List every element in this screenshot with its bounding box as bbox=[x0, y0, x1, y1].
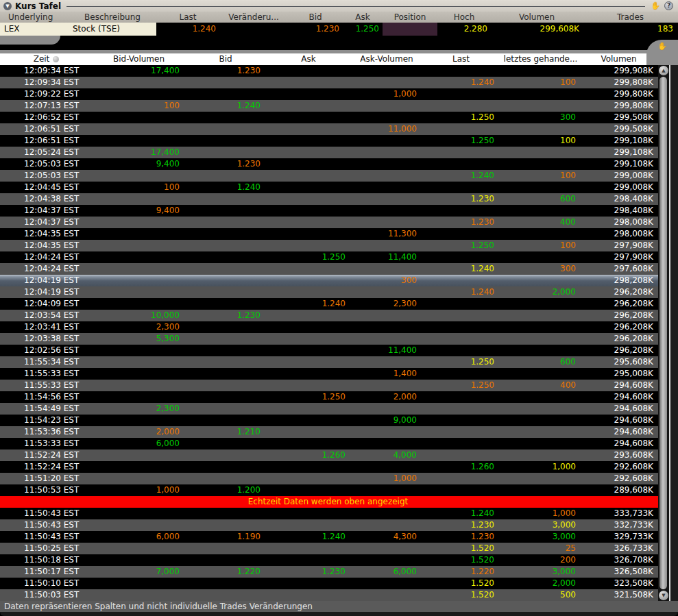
quote-row[interactable]: 12:09:34 EST17,4001.230299,908K bbox=[0, 65, 678, 77]
header-trades[interactable]: Trades bbox=[583, 12, 678, 23]
quote-row[interactable]: 11:50:17 EST7,0001.2201.2306,0001.2203,0… bbox=[0, 566, 678, 578]
hand-icon[interactable]: ✋ bbox=[657, 42, 667, 51]
header-veraenderung[interactable]: Veränderu... bbox=[219, 12, 288, 23]
header-last[interactable]: Last bbox=[422, 53, 500, 65]
cell-bid bbox=[185, 112, 266, 123]
cell-ask-volumen: 1,000 bbox=[351, 88, 422, 100]
quote-row[interactable]: 12:09:22 EST1,000299,808K bbox=[0, 88, 678, 100]
header-bid[interactable]: Bid bbox=[288, 12, 343, 23]
quote-row[interactable]: 12:04:35 EST1.250100297,908K bbox=[0, 240, 678, 251]
quote-row[interactable]: 11:51:20 EST1,000292,608K bbox=[0, 473, 678, 484]
quote-row[interactable]: 11:55:33 EST1,400295,008K bbox=[0, 368, 678, 380]
cell-zeit: 12:04:24 EST bbox=[0, 251, 93, 263]
header-zeit[interactable]: Zeit bbox=[0, 53, 93, 65]
cell-bid bbox=[185, 135, 266, 147]
quote-row[interactable]: 12:06:51 EST1.250100299,108K bbox=[0, 135, 678, 147]
quote-row[interactable]: 11:50:25 EST1.52025326,733K bbox=[0, 543, 678, 554]
header-position[interactable]: Position bbox=[383, 12, 437, 23]
quote-row[interactable]: 12:04:09 EST1.2402,300296,208K bbox=[0, 298, 678, 310]
cell-bid-volumen bbox=[93, 123, 185, 135]
cell-last bbox=[422, 123, 500, 135]
quote-row[interactable]: 12:04:38 EST1.230600298,408K bbox=[0, 193, 678, 205]
quote-row[interactable]: 12:05:24 EST17,400299,108K bbox=[0, 147, 678, 158]
cell-ask-volumen: 2,000 bbox=[351, 391, 422, 403]
sort-icon bbox=[53, 56, 59, 62]
cell-ask: 1.260 bbox=[266, 449, 351, 461]
cell-letztes: 500 bbox=[500, 589, 581, 601]
cell-bid bbox=[185, 170, 266, 182]
quote-row[interactable]: 12:06:52 EST1.250300299,508K bbox=[0, 112, 678, 123]
quote-row[interactable]: 11:50:10 EST1.5202,000323,508K bbox=[0, 578, 678, 589]
cell-bid-volumen: 17,400 bbox=[93, 65, 185, 77]
cell-letztes bbox=[500, 158, 581, 170]
header-underlying[interactable]: Underlying bbox=[0, 12, 69, 23]
quote-row[interactable]: 11:55:34 EST1.250600295,608K bbox=[0, 356, 678, 368]
quote-row[interactable]: 12:03:38 EST5,300296,208K bbox=[0, 333, 678, 345]
cell-zeit: 11:50:03 EST bbox=[0, 589, 93, 601]
panel-menu-button[interactable]: ▼ bbox=[3, 2, 12, 10]
header-bid[interactable]: Bid bbox=[185, 53, 266, 65]
quote-row[interactable]: 12:09:34 EST1.240100299,808K bbox=[0, 77, 678, 88]
quote-row[interactable]: 11:52:24 EST1.2601,000292,608K bbox=[0, 461, 678, 473]
scrollbar-thumb[interactable] bbox=[659, 77, 667, 589]
header-ask-volumen[interactable]: Ask-Volumen bbox=[351, 53, 422, 65]
quote-row[interactable]: 11:50:43 EST6,0001.1901.2404,3001.2303,0… bbox=[0, 531, 678, 543]
quote-summary-row[interactable]: LEX Stock (TSE) 1.240 1.230 1.250 2.280 … bbox=[0, 23, 678, 36]
cell-bid-volumen bbox=[93, 88, 185, 100]
title-bar: ▼ Kurs Tafel ✋ ? bbox=[0, 0, 678, 12]
quote-row[interactable]: 12:04:24 EST1.25011,400297,908K bbox=[0, 251, 678, 263]
header-letztes-gehandelt[interactable]: letztes gehande... bbox=[500, 53, 581, 65]
header-hoch[interactable]: Hoch bbox=[437, 12, 491, 23]
quote-row[interactable]: 12:04:19 EST300298,208K bbox=[0, 275, 678, 286]
help-icon[interactable]: ? bbox=[664, 1, 673, 10]
quote-row[interactable]: 11:50:53 EST1,0001.200289,608K bbox=[0, 484, 678, 496]
quote-row[interactable]: 12:05:03 EST1.240100299,008K bbox=[0, 170, 678, 182]
quote-row[interactable]: 11:53:33 EST6,000294,608K bbox=[0, 438, 678, 449]
quote-row[interactable]: 12:04:45 EST1001.240299,008K bbox=[0, 182, 678, 193]
cell-ask-volumen bbox=[351, 310, 422, 321]
quote-row[interactable]: 12:04:24 EST1.240300297,608K bbox=[0, 263, 678, 275]
cell-bid-volumen bbox=[93, 543, 185, 554]
quote-row[interactable]: 11:50:43 EST1.2303,000332,733K bbox=[0, 519, 678, 531]
quote-row[interactable]: 12:04:35 EST11,300298,008K bbox=[0, 228, 678, 240]
header-volumen[interactable]: Volumen bbox=[581, 53, 656, 65]
cell-letztes: 600 bbox=[500, 193, 581, 205]
hand-icon[interactable]: ✋ bbox=[651, 1, 660, 11]
quote-row[interactable]: 11:54:56 EST1.2502,000294,608K bbox=[0, 391, 678, 403]
vertical-scrollbar[interactable]: ▲ ▼ bbox=[658, 65, 669, 601]
header-volumen[interactable]: Volumen bbox=[491, 12, 583, 23]
quote-row[interactable]: 12:02:56 EST11,400296,208K bbox=[0, 345, 678, 356]
quote-row[interactable]: 12:04:19 EST1.2402,000296,208K bbox=[0, 286, 678, 298]
header-bid-volumen[interactable]: Bid-Volumen bbox=[93, 53, 185, 65]
cell-letztes bbox=[500, 449, 581, 461]
quote-row[interactable]: 11:54:49 EST2,300294,608K bbox=[0, 403, 678, 415]
cell-ask bbox=[266, 484, 351, 496]
header-last[interactable]: Last bbox=[156, 12, 219, 23]
quote-row[interactable]: 12:03:54 EST10,0001.230296,208K bbox=[0, 310, 678, 321]
cell-ask bbox=[266, 193, 351, 205]
cell-ask bbox=[266, 589, 351, 601]
quote-row[interactable]: 12:06:51 EST11,000299,508K bbox=[0, 123, 678, 135]
cell-bid-volumen bbox=[93, 263, 185, 275]
scroll-down-button[interactable]: ▼ bbox=[659, 591, 668, 600]
cell-zeit: 12:04:35 EST bbox=[0, 228, 93, 240]
quote-row[interactable]: 12:04:37 EST1.230400298,008K bbox=[0, 217, 678, 228]
header-ask[interactable]: Ask bbox=[266, 53, 351, 65]
quote-row[interactable]: 11:55:33 EST1.250400294,608K bbox=[0, 380, 678, 391]
quote-row[interactable]: 12:03:41 EST2,300296,208K bbox=[0, 321, 678, 333]
quote-row[interactable]: 11:50:18 EST1.520200326,708K bbox=[0, 554, 678, 566]
quote-row[interactable]: 12:07:13 EST1001.240299,808K bbox=[0, 100, 678, 112]
quote-row[interactable]: 11:54:23 EST9,000294,608K bbox=[0, 415, 678, 426]
quote-row[interactable]: 11:50:43 EST1.2401,000333,733K bbox=[0, 508, 678, 519]
quote-row[interactable]: 12:04:37 EST9,400298,408K bbox=[0, 205, 678, 217]
scroll-up-button[interactable]: ▲ bbox=[659, 66, 668, 75]
ask-cell: 1.250 bbox=[343, 23, 383, 36]
quote-row[interactable]: 11:52:24 EST1.2604,000293,608K bbox=[0, 449, 678, 461]
quote-row[interactable]: 11:50:03 EST1.520500321,508K bbox=[0, 589, 678, 601]
cell-zeit: 12:02:56 EST bbox=[0, 345, 93, 356]
cell-bid bbox=[185, 88, 266, 100]
quote-row[interactable]: 11:53:36 EST2,0001.210294,608K bbox=[0, 426, 678, 438]
header-ask[interactable]: Ask bbox=[343, 12, 383, 23]
quote-row[interactable]: 12:05:03 EST9,4001.230299,108K bbox=[0, 158, 678, 170]
header-beschreibung[interactable]: Beschreibung bbox=[69, 12, 156, 23]
